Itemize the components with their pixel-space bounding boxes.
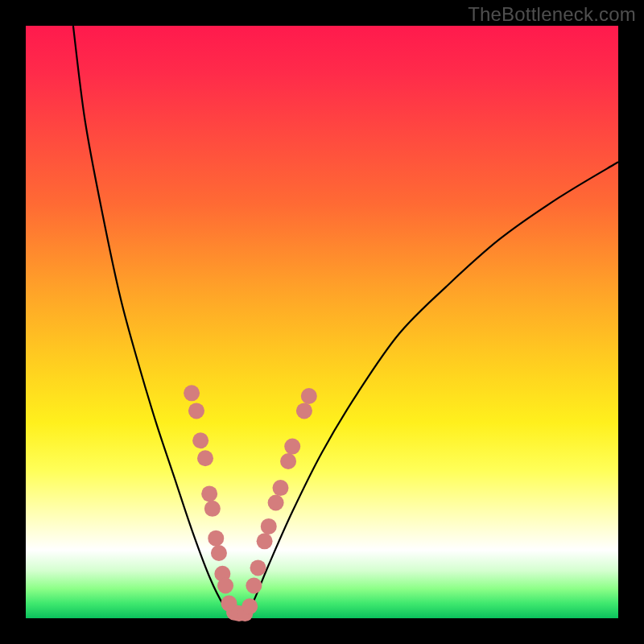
marker-dot (272, 480, 288, 496)
watermark-text: TheBottleneck.com (468, 3, 636, 26)
marker-dot (268, 494, 284, 510)
marker-dot (261, 518, 277, 535)
marker-dot (280, 453, 296, 469)
marker-dot (296, 402, 312, 419)
marker-dot (250, 559, 266, 576)
left-branch-line (73, 26, 233, 615)
marker-dot (284, 439, 300, 455)
plot-area (26, 26, 618, 618)
marker-dot (197, 450, 213, 466)
marker-dot (301, 388, 317, 404)
marker-dot (204, 501, 221, 517)
marker-dot (242, 598, 258, 614)
right-branch-line (245, 162, 618, 615)
marker-dot (257, 533, 273, 549)
marker-dot (208, 530, 224, 547)
marker-dot (201, 485, 217, 502)
marker-dot (211, 545, 227, 561)
marker-dot (188, 402, 204, 419)
marker-dot (217, 578, 233, 594)
curve-layer (26, 26, 618, 618)
marker-dot (192, 432, 208, 448)
marker-dot (246, 578, 262, 594)
marker-dot (184, 385, 200, 401)
chart-stage: TheBottleneck.com (0, 0, 644, 644)
